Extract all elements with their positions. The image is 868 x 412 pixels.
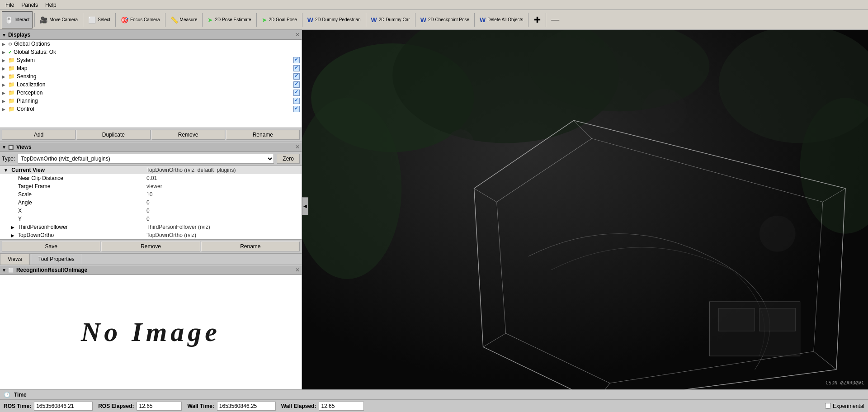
panel-collapse-arrow[interactable]: ◀ [302, 197, 308, 215]
tree-item-map[interactable]: ▶ 📁 Map [0, 64, 302, 72]
select-label: Select [98, 17, 110, 22]
dummy-pedestrian-icon: W [307, 16, 313, 24]
ros-elapsed-input[interactable] [137, 402, 182, 411]
recognition-header: ▼ ⬜ RecognitionResultOnImage ✕ [0, 265, 302, 275]
goal-pose-label: 2D Goal Pose [269, 17, 297, 22]
menu-help[interactable]: Help [42, 1, 60, 9]
recognition-close-icon[interactable]: ✕ [295, 267, 300, 273]
dummy-car-button[interactable]: W 2D Dummy Car [368, 11, 413, 28]
views-btn-row: Save Remove Rename [0, 240, 302, 254]
tree-item-localization[interactable]: ▶ 📁 Localization [0, 81, 302, 89]
prop-name: Scale [2, 191, 146, 198]
add-button[interactable]: Add [2, 130, 75, 140]
views-expand-icon[interactable]: ▼ [2, 145, 6, 150]
prop-value: 0.01 [146, 175, 300, 181]
expand-arrow: ▶ [11, 225, 14, 230]
move-camera-button[interactable]: 🎥 Move Camera [37, 11, 81, 28]
tab-tool-properties[interactable]: Tool Properties [31, 254, 82, 265]
item-label: System [17, 57, 293, 63]
add-tool-button[interactable]: ✚ [530, 11, 544, 28]
remove-view-button[interactable]: Remove [101, 242, 200, 251]
wall-time-field: Wall Time: [187, 402, 275, 411]
tabs-row: Views Tool Properties [0, 254, 302, 265]
view-prop-angle[interactable]: Angle 0 [0, 199, 302, 207]
map-view-panel[interactable]: CSDN @ZARD@VC [302, 30, 868, 389]
rename-button[interactable]: Rename [226, 130, 300, 140]
zero-button[interactable]: Zero [277, 154, 300, 164]
recognition-expand-icon[interactable]: ▼ [2, 268, 6, 273]
ros-time-input[interactable] [34, 402, 93, 411]
rename-view-button[interactable]: Rename [201, 242, 300, 251]
views-close-icon[interactable]: ✕ [295, 144, 300, 150]
prop-name: Y [2, 216, 146, 222]
experimental-checkbox[interactable] [825, 403, 831, 409]
view-saved-third-person[interactable]: ▶ ThirdPersonFollower ThirdPersonFollowe… [0, 223, 302, 231]
item-label: Control [17, 106, 293, 112]
checkbox-map[interactable] [293, 65, 300, 71]
folder-icon: 📁 [8, 98, 15, 104]
tree-item-planning[interactable]: ▶ 📁 Planning [0, 97, 302, 105]
tree-item-control[interactable]: ▶ 📁 Control [0, 105, 302, 113]
svg-point-17 [642, 89, 687, 134]
tree-item-perception[interactable]: ▶ 📁 Perception [0, 89, 302, 97]
tree-item-system[interactable]: ▶ 📁 System [0, 56, 302, 64]
pose-estimate-button[interactable]: ➤ 2D Pose Estimate [204, 11, 254, 28]
view-prop-target-frame[interactable]: Target Frame viewer [0, 182, 302, 190]
checkbox-system[interactable] [293, 57, 300, 63]
menu-panels[interactable]: Panels [18, 1, 42, 9]
goal-pose-button[interactable]: ➤ 2D Goal Pose [259, 11, 300, 28]
folder-icon: 📁 [8, 73, 15, 80]
ros-time-label: ROS Time: [4, 403, 31, 409]
remove-button[interactable]: Remove [151, 130, 225, 140]
measure-button[interactable]: 📏 Measure [167, 11, 201, 28]
tree-item-sensing[interactable]: ▶ 📁 Sensing [0, 72, 302, 81]
item-label: Global Options [14, 41, 300, 47]
delete-all-button[interactable]: W Delete All Objects [476, 11, 526, 28]
view-prop-near-clip[interactable]: Near Clip Distance 0.01 [0, 174, 302, 182]
displays-expand-icon[interactable]: ▼ [2, 33, 6, 38]
view-prop-x[interactable]: X 0 [0, 207, 302, 215]
wall-elapsed-input[interactable] [319, 402, 364, 411]
wall-time-input[interactable] [217, 402, 276, 411]
focus-camera-icon: 🎯 [121, 16, 128, 24]
duplicate-button[interactable]: Duplicate [76, 130, 150, 140]
tab-views[interactable]: Views [0, 254, 30, 265]
tree-item-global-status[interactable]: ▶ ✓ Global Status: Ok [0, 48, 302, 56]
remove-tool-button[interactable]: — [548, 11, 562, 28]
svg-point-16 [447, 129, 474, 156]
item-label: Sensing [17, 73, 293, 80]
displays-close-icon[interactable]: ✕ [295, 32, 300, 38]
view-prop-y[interactable]: Y 0 [0, 215, 302, 223]
view-prop-scale[interactable]: Scale 10 [0, 190, 302, 199]
ros-elapsed-label: ROS Elapsed: [98, 403, 134, 409]
checkbox-control[interactable] [293, 106, 300, 112]
add-tool-icon: ✚ [534, 15, 541, 25]
checkbox-perception[interactable] [293, 90, 300, 96]
folder-icon: 📁 [8, 65, 15, 71]
checkbox-sensing[interactable] [293, 73, 300, 80]
save-view-button[interactable]: Save [2, 242, 100, 251]
prop-name: Target Frame [2, 183, 146, 189]
recognition-icon: ⬜ [8, 268, 14, 273]
tree-item-global-options[interactable]: ▶ ⚙ Global Options [0, 40, 302, 48]
focus-camera-button[interactable]: 🎯 Focus Camera [118, 11, 163, 28]
checkpoint-pose-button[interactable]: W 2D Checkpoint Pose [417, 11, 472, 28]
checkpoint-pose-icon: W [420, 16, 426, 24]
checkbox-planning[interactable] [293, 98, 300, 104]
views-type-select[interactable]: TopDownOrtho (rviz_default_plugins) Thir… [18, 154, 274, 164]
measure-label: Measure [180, 17, 198, 22]
select-button[interactable]: ⬜ Select [85, 11, 113, 28]
checkbox-localization[interactable] [293, 81, 300, 88]
dummy-pedestrian-button[interactable]: W 2D Dummy Pedestrian [304, 11, 364, 28]
folder-icon: 📁 [8, 57, 15, 63]
delete-all-label: Delete All Objects [487, 17, 523, 22]
expand-arrow: ▶ [2, 74, 8, 79]
menu-file[interactable]: File [2, 1, 18, 9]
current-view-row[interactable]: ▼ Current View TopDownOrtho (rviz_defaul… [0, 166, 302, 174]
status-icon: ✓ [8, 50, 12, 55]
interact-button[interactable]: 🖱️ Interact [2, 11, 33, 28]
aerial-background: CSDN @ZARD@VC [302, 30, 868, 389]
dummy-car-label: 2D Dummy Car [379, 17, 410, 22]
ros-time-field: ROS Time: [4, 402, 93, 411]
view-saved-topdown[interactable]: ▶ TopDownOrtho TopDownOrtho (rviz) [0, 231, 302, 239]
